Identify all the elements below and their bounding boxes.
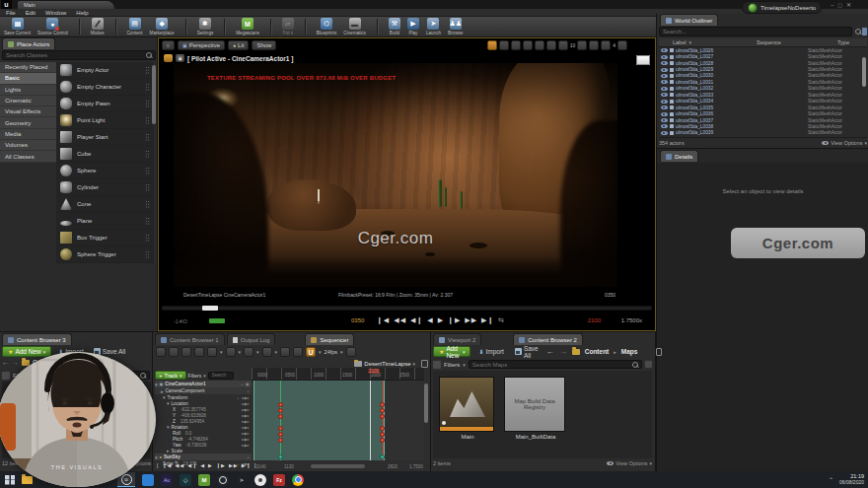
- build-button[interactable]: ⚒ Build: [389, 18, 400, 35]
- grid-snap-icon[interactable]: [558, 40, 568, 50]
- find-in-cb-icon[interactable]: [169, 347, 179, 357]
- add-track-button[interactable]: +Track▾: [155, 371, 186, 380]
- column-sequence[interactable]: Sequence: [757, 39, 781, 45]
- keyframe[interactable]: [278, 414, 283, 419]
- render-movie-icon[interactable]: [194, 347, 204, 357]
- playback-options-icon[interactable]: [244, 347, 253, 357]
- visibility-eye-icon[interactable]: [661, 80, 668, 84]
- create-camera-icon[interactable]: [181, 347, 191, 357]
- placeable-player-start[interactable]: Player Start: [56, 129, 154, 146]
- step-back-icon[interactable]: ◀❙: [187, 462, 197, 468]
- place-actors-search-input[interactable]: [6, 52, 146, 58]
- menu-help[interactable]: Help: [76, 10, 88, 16]
- keyframe[interactable]: [380, 454, 385, 459]
- category-visual-effects[interactable]: Visual Effects: [0, 106, 56, 117]
- forward-icon[interactable]: →: [559, 347, 567, 356]
- asset-main-builtdata[interactable]: Map Build Data Registry Main_BuiltData: [504, 377, 567, 440]
- close-button[interactable]: ✕: [846, 1, 851, 8]
- next-key-icon[interactable]: ▶▶: [229, 462, 239, 468]
- outliner-row[interactable]: ulmosf3da_L0039StaticMeshActor: [659, 130, 861, 136]
- jump-end-icon[interactable]: ▶❙: [481, 316, 494, 324]
- menu-edit[interactable]: Edit: [26, 10, 36, 16]
- sequencer-scrollbar[interactable]: [424, 383, 428, 423]
- category-media[interactable]: Media: [0, 129, 56, 140]
- move-tool-icon[interactable]: [499, 40, 509, 50]
- auto-key-icon[interactable]: [280, 347, 290, 357]
- pilot-camera-button[interactable]: ▣: [176, 54, 184, 62]
- visibility-eye-icon[interactable]: [661, 55, 668, 59]
- sources-panel-icon[interactable]: [433, 361, 441, 369]
- forward-icon[interactable]: →: [12, 359, 19, 366]
- placeable-plane[interactable]: Plane: [56, 213, 154, 230]
- visibility-eye-icon[interactable]: [661, 87, 668, 91]
- white-circle-app-icon[interactable]: [254, 474, 266, 486]
- start-button[interactable]: [5, 475, 15, 485]
- step-back-icon[interactable]: ◀❙: [410, 316, 423, 324]
- sequencer-filters-button[interactable]: Filters: [188, 373, 202, 379]
- cb2-search[interactable]: [469, 360, 642, 369]
- back-icon[interactable]: ←: [2, 359, 9, 366]
- output-log-tab[interactable]: Output Log: [227, 333, 276, 345]
- lock-icon[interactable]: [656, 348, 661, 356]
- keyframe[interactable]: [278, 438, 283, 443]
- filezilla-icon[interactable]: Fz: [273, 474, 285, 486]
- keyframe[interactable]: [380, 402, 385, 407]
- placeable-empty-actor[interactable]: Empty Actor: [56, 62, 154, 79]
- track-cameracomponent[interactable]: ▸CameraComponent+: [155, 387, 252, 394]
- bracket-icon[interactable]: [: [157, 462, 159, 468]
- sequencer-search[interactable]: [208, 372, 234, 380]
- visibility-eye-icon[interactable]: [661, 74, 668, 78]
- cursor-app-icon[interactable]: ➤: [236, 474, 248, 486]
- current-frame-label[interactable]: 0350: [351, 317, 364, 323]
- breadcrumb-content[interactable]: Content: [585, 348, 610, 355]
- safe-frame-grid-icon[interactable]: [636, 55, 650, 65]
- audition-icon[interactable]: Au: [161, 474, 173, 486]
- maximize-viewport-icon[interactable]: [617, 40, 627, 50]
- track-cinecamera[interactable]: ▾▣CineCameraActor1+ ▣: [155, 381, 252, 387]
- place-actors-search[interactable]: [2, 50, 156, 60]
- save-current-button[interactable]: Save Current: [4, 18, 31, 35]
- next-key-icon[interactable]: ▶▶: [465, 316, 477, 324]
- view-options-icon[interactable]: [226, 347, 236, 357]
- keyframe[interactable]: [380, 426, 385, 431]
- sequencer-tab[interactable]: Sequencer: [305, 333, 354, 345]
- menu-window[interactable]: Window: [45, 10, 66, 16]
- content-browser-2-tab[interactable]: Content Browser 2: [513, 333, 583, 345]
- category-volumes[interactable]: Volumes: [0, 140, 56, 151]
- asset-main[interactable]: Main: [439, 377, 496, 440]
- step-forward-icon[interactable]: ❙▶: [216, 462, 226, 468]
- curve-editor-icon[interactable]: [346, 347, 356, 357]
- menu-file[interactable]: File: [6, 10, 16, 16]
- lock-icon[interactable]: [421, 360, 428, 368]
- world-outliner-tab[interactable]: World Outliner: [660, 14, 718, 26]
- blueprints-button[interactable]: ⌬ Blueprints: [317, 18, 336, 35]
- sequencer-hscrollbar[interactable]: [311, 464, 365, 468]
- edit-options-icon[interactable]: [293, 347, 303, 357]
- add-new-button[interactable]: ★Add New▾: [433, 346, 470, 357]
- placeable-cube[interactable]: Cube: [56, 146, 154, 163]
- category-lights[interactable]: Lights: [0, 85, 56, 96]
- breadcrumb-maps[interactable]: Maps: [621, 348, 638, 355]
- megascans-button[interactable]: M Megascans: [236, 18, 259, 35]
- scene-render[interactable]: TEXTURE STREAMING POOL OVER 873.68 MiB O…: [174, 63, 617, 287]
- snap-magnet-icon[interactable]: U: [306, 347, 316, 357]
- lit-button[interactable]: ●Lit: [228, 40, 249, 50]
- world-local-icon[interactable]: [535, 40, 544, 50]
- cb2-view-options-button[interactable]: View Options ▾: [607, 460, 652, 466]
- range-end-white-line[interactable]: [370, 381, 371, 460]
- marketplace-button[interactable]: ◆ Marketplace: [150, 18, 175, 35]
- browse-button[interactable]: ♟♟ Browse: [448, 18, 463, 35]
- cb2-search-input[interactable]: [472, 362, 632, 368]
- placeable-cylinder[interactable]: Cylinder: [56, 179, 154, 196]
- save-sequence-icon[interactable]: [156, 347, 166, 357]
- level-viewport[interactable]: ≡ ▣Perspective ●Lit Show 10 4 ▣ [ Pilot …: [158, 37, 656, 331]
- eject-pilot-button[interactable]: [164, 54, 173, 62]
- visibility-eye-icon[interactable]: [661, 100, 668, 104]
- place-actors-tab[interactable]: Place Actors: [2, 37, 55, 49]
- save-all-button[interactable]: Save All: [512, 346, 542, 357]
- visibility-eye-icon[interactable]: [661, 48, 668, 52]
- save-filter-icon[interactable]: [645, 361, 652, 368]
- category-recently-placed[interactable]: Recently Placed: [0, 62, 56, 73]
- keyframe[interactable]: [380, 414, 385, 419]
- scale-tool-icon[interactable]: [523, 40, 533, 50]
